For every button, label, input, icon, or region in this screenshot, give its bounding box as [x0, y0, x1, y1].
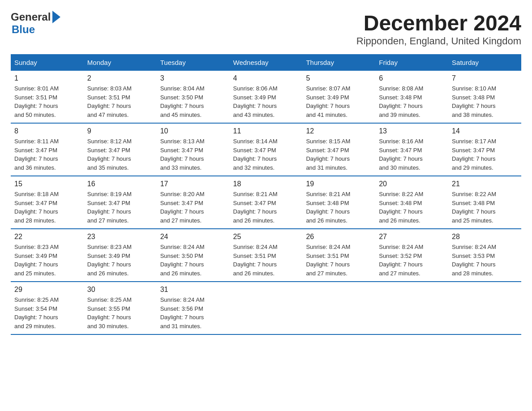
column-header-tuesday: Tuesday	[157, 54, 230, 71]
day-cell: 31 Sunrise: 8:24 AMSunset: 3:56 PMDaylig…	[157, 282, 230, 334]
day-cell: 3 Sunrise: 8:04 AMSunset: 3:50 PMDayligh…	[157, 71, 230, 123]
day-cell: 18 Sunrise: 8:21 AMSunset: 3:47 PMDaylig…	[230, 176, 303, 229]
day-number: 31	[160, 286, 226, 294]
day-number: 19	[306, 180, 372, 188]
day-cell: 10 Sunrise: 8:13 AMSunset: 3:47 PMDaylig…	[157, 123, 230, 176]
day-info: Sunrise: 8:24 AMSunset: 3:52 PMDaylight:…	[379, 243, 445, 278]
logo: General Blue	[11, 11, 60, 36]
title-block: December 2024 Ripponden, England, United…	[356, 11, 521, 47]
day-cell	[302, 282, 375, 334]
day-info: Sunrise: 8:21 AMSunset: 3:48 PMDaylight:…	[306, 190, 372, 225]
day-cell: 23 Sunrise: 8:23 AMSunset: 3:49 PMDaylig…	[84, 229, 157, 282]
logo-general-text: General	[11, 11, 51, 23]
day-number: 20	[379, 180, 445, 188]
day-number: 25	[233, 233, 299, 241]
day-info: Sunrise: 8:24 AMSunset: 3:51 PMDaylight:…	[306, 243, 372, 278]
logo-blue-text: Blue	[12, 23, 35, 36]
day-number: 1	[14, 74, 80, 82]
day-number: 6	[379, 74, 445, 82]
day-cell: 12 Sunrise: 8:15 AMSunset: 3:47 PMDaylig…	[302, 123, 375, 176]
day-cell: 27 Sunrise: 8:24 AMSunset: 3:52 PMDaylig…	[375, 229, 448, 282]
day-cell: 20 Sunrise: 8:22 AMSunset: 3:48 PMDaylig…	[375, 176, 448, 229]
day-cell: 5 Sunrise: 8:07 AMSunset: 3:49 PMDayligh…	[302, 71, 375, 123]
day-cell: 25 Sunrise: 8:24 AMSunset: 3:51 PMDaylig…	[230, 229, 303, 282]
week-row-1: 1 Sunrise: 8:01 AMSunset: 3:51 PMDayligh…	[11, 71, 521, 123]
day-number: 27	[379, 233, 445, 241]
day-cell: 21 Sunrise: 8:22 AMSunset: 3:48 PMDaylig…	[448, 176, 521, 229]
day-cell: 30 Sunrise: 8:25 AMSunset: 3:55 PMDaylig…	[84, 282, 157, 334]
day-cell: 26 Sunrise: 8:24 AMSunset: 3:51 PMDaylig…	[302, 229, 375, 282]
logo-arrow-icon	[52, 11, 60, 23]
column-header-wednesday: Wednesday	[230, 54, 303, 71]
day-info: Sunrise: 8:24 AMSunset: 3:51 PMDaylight:…	[233, 243, 299, 278]
day-number: 4	[233, 74, 299, 82]
day-info: Sunrise: 8:17 AMSunset: 3:47 PMDaylight:…	[452, 137, 518, 172]
day-number: 17	[160, 180, 226, 188]
day-info: Sunrise: 8:04 AMSunset: 3:50 PMDaylight:…	[160, 84, 226, 119]
day-info: Sunrise: 8:24 AMSunset: 3:50 PMDaylight:…	[160, 243, 226, 278]
day-cell: 9 Sunrise: 8:12 AMSunset: 3:47 PMDayligh…	[84, 123, 157, 176]
calendar-header-row: SundayMondayTuesdayWednesdayThursdayFrid…	[11, 54, 521, 71]
day-cell	[375, 282, 448, 334]
day-cell: 17 Sunrise: 8:20 AMSunset: 3:47 PMDaylig…	[157, 176, 230, 229]
day-number: 2	[87, 74, 153, 82]
column-header-thursday: Thursday	[302, 54, 375, 71]
day-cell	[230, 282, 303, 334]
day-cell: 11 Sunrise: 8:14 AMSunset: 3:47 PMDaylig…	[230, 123, 303, 176]
day-cell: 14 Sunrise: 8:17 AMSunset: 3:47 PMDaylig…	[448, 123, 521, 176]
calendar-title: December 2024	[356, 11, 521, 35]
day-cell: 1 Sunrise: 8:01 AMSunset: 3:51 PMDayligh…	[11, 71, 84, 123]
day-info: Sunrise: 8:03 AMSunset: 3:51 PMDaylight:…	[87, 84, 153, 119]
day-cell	[448, 282, 521, 334]
day-cell: 28 Sunrise: 8:24 AMSunset: 3:53 PMDaylig…	[448, 229, 521, 282]
day-number: 12	[306, 127, 372, 135]
day-info: Sunrise: 8:10 AMSunset: 3:48 PMDaylight:…	[452, 84, 518, 119]
day-info: Sunrise: 8:25 AMSunset: 3:55 PMDaylight:…	[87, 295, 153, 330]
day-info: Sunrise: 8:23 AMSunset: 3:49 PMDaylight:…	[14, 243, 80, 278]
day-info: Sunrise: 8:23 AMSunset: 3:49 PMDaylight:…	[87, 243, 153, 278]
day-cell: 8 Sunrise: 8:11 AMSunset: 3:47 PMDayligh…	[11, 123, 84, 176]
day-info: Sunrise: 8:19 AMSunset: 3:47 PMDaylight:…	[87, 190, 153, 225]
day-info: Sunrise: 8:01 AMSunset: 3:51 PMDaylight:…	[14, 84, 80, 119]
day-info: Sunrise: 8:25 AMSunset: 3:54 PMDaylight:…	[14, 295, 80, 330]
day-info: Sunrise: 8:08 AMSunset: 3:48 PMDaylight:…	[379, 84, 445, 119]
day-info: Sunrise: 8:21 AMSunset: 3:47 PMDaylight:…	[233, 190, 299, 225]
day-cell: 13 Sunrise: 8:16 AMSunset: 3:47 PMDaylig…	[375, 123, 448, 176]
day-info: Sunrise: 8:24 AMSunset: 3:56 PMDaylight:…	[160, 295, 226, 330]
week-row-3: 15 Sunrise: 8:18 AMSunset: 3:47 PMDaylig…	[11, 176, 521, 229]
day-cell: 22 Sunrise: 8:23 AMSunset: 3:49 PMDaylig…	[11, 229, 84, 282]
day-number: 26	[306, 233, 372, 241]
week-row-4: 22 Sunrise: 8:23 AMSunset: 3:49 PMDaylig…	[11, 229, 521, 282]
day-info: Sunrise: 8:16 AMSunset: 3:47 PMDaylight:…	[379, 137, 445, 172]
column-header-saturday: Saturday	[448, 54, 521, 71]
day-cell: 6 Sunrise: 8:08 AMSunset: 3:48 PMDayligh…	[375, 71, 448, 123]
calendar-table: SundayMondayTuesdayWednesdayThursdayFrid…	[11, 54, 521, 335]
day-info: Sunrise: 8:12 AMSunset: 3:47 PMDaylight:…	[87, 137, 153, 172]
day-info: Sunrise: 8:22 AMSunset: 3:48 PMDaylight:…	[379, 190, 445, 225]
calendar-subtitle: Ripponden, England, United Kingdom	[356, 35, 521, 47]
day-cell: 29 Sunrise: 8:25 AMSunset: 3:54 PMDaylig…	[11, 282, 84, 334]
day-cell: 4 Sunrise: 8:06 AMSunset: 3:49 PMDayligh…	[230, 71, 303, 123]
column-header-sunday: Sunday	[11, 54, 84, 71]
day-number: 8	[14, 127, 80, 135]
column-header-monday: Monday	[84, 54, 157, 71]
day-cell: 19 Sunrise: 8:21 AMSunset: 3:48 PMDaylig…	[302, 176, 375, 229]
day-number: 21	[452, 180, 518, 188]
day-number: 15	[14, 180, 80, 188]
day-info: Sunrise: 8:11 AMSunset: 3:47 PMDaylight:…	[14, 137, 80, 172]
day-info: Sunrise: 8:15 AMSunset: 3:47 PMDaylight:…	[306, 137, 372, 172]
day-number: 30	[87, 286, 153, 294]
day-info: Sunrise: 8:07 AMSunset: 3:49 PMDaylight:…	[306, 84, 372, 119]
day-info: Sunrise: 8:24 AMSunset: 3:53 PMDaylight:…	[452, 243, 518, 278]
day-cell: 24 Sunrise: 8:24 AMSunset: 3:50 PMDaylig…	[157, 229, 230, 282]
day-number: 29	[14, 286, 80, 294]
day-info: Sunrise: 8:20 AMSunset: 3:47 PMDaylight:…	[160, 190, 226, 225]
week-row-2: 8 Sunrise: 8:11 AMSunset: 3:47 PMDayligh…	[11, 123, 521, 176]
day-info: Sunrise: 8:14 AMSunset: 3:47 PMDaylight:…	[233, 137, 299, 172]
day-cell: 16 Sunrise: 8:19 AMSunset: 3:47 PMDaylig…	[84, 176, 157, 229]
day-number: 7	[452, 74, 518, 82]
day-number: 24	[160, 233, 226, 241]
day-cell: 15 Sunrise: 8:18 AMSunset: 3:47 PMDaylig…	[11, 176, 84, 229]
day-info: Sunrise: 8:18 AMSunset: 3:47 PMDaylight:…	[14, 190, 80, 225]
day-number: 5	[306, 74, 372, 82]
